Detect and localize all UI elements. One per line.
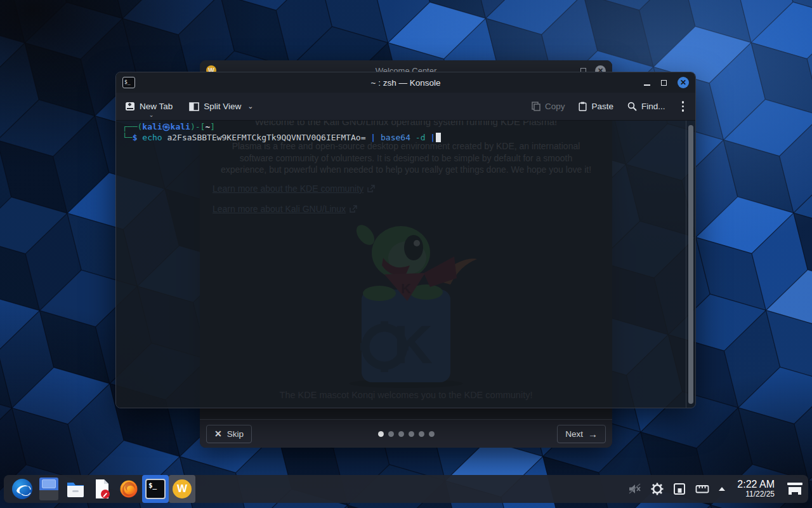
network-icon[interactable] xyxy=(695,483,709,495)
close-icon[interactable]: ✕ xyxy=(678,77,689,88)
file-manager-button[interactable] xyxy=(62,475,89,503)
text-editor-button[interactable] xyxy=(89,475,115,503)
paste-label: Paste xyxy=(591,102,613,111)
command-argument: a2FsaSBBTEw9KEFMTCkgTk9QQVNTV0Q6IEFMTAo= xyxy=(167,133,365,142)
prompt-frame: ┌──( xyxy=(122,122,142,131)
kali-menu-icon xyxy=(12,479,32,499)
terminal-area[interactable]: ┌──(kali㉿kali)-[~] └─$ echo a2FsaSBBTEw9… xyxy=(116,121,695,408)
copy-button[interactable]: Copy xyxy=(532,102,565,111)
page-dots xyxy=(200,431,612,437)
find-button[interactable]: Find... xyxy=(627,102,665,111)
split-view-icon xyxy=(189,102,199,111)
new-tab-icon xyxy=(125,102,135,111)
konsole-task-icon: $_ xyxy=(145,479,166,499)
pipe-operator: | xyxy=(430,133,435,142)
command-base64: base64 xyxy=(381,133,410,142)
prompt-line-1: ┌──(kali㉿kali)-[~] xyxy=(122,122,695,133)
chevron-down-icon: ⌄ xyxy=(247,102,253,110)
konsole-window-title: ~ : zsh — Konsole xyxy=(116,78,695,88)
copy-label: Copy xyxy=(545,102,565,111)
welcome-footer: ✕ Skip Next → xyxy=(200,419,612,448)
overflow-menu-icon[interactable] xyxy=(679,101,687,112)
app-launcher-button[interactable] xyxy=(9,475,36,503)
taskbar-panel: $_ W xyxy=(4,475,808,503)
pager-icon xyxy=(39,478,58,500)
terminal-cursor xyxy=(436,133,441,142)
prompt-line-2: └─$ echo a2FsaSBBTEw9KEFMTCkgTk9QQVNTV0Q… xyxy=(122,133,695,144)
virtual-desktop-pager[interactable] xyxy=(36,475,62,503)
page-dot[interactable] xyxy=(378,431,384,437)
task-konsole[interactable]: $_ xyxy=(142,475,169,503)
task-welcome-center[interactable]: W xyxy=(169,475,195,503)
split-view-label: Split View xyxy=(204,102,241,111)
page-dot[interactable] xyxy=(419,431,424,437)
page-dot[interactable] xyxy=(398,431,404,437)
firefox-icon xyxy=(119,479,138,498)
audio-muted-icon[interactable] xyxy=(628,483,641,495)
prompt-frame: ] xyxy=(210,122,215,131)
find-label: Find... xyxy=(641,102,665,111)
paste-button[interactable]: Paste xyxy=(579,102,613,111)
konsole-window: $_ ~ : zsh — Konsole ✕ New Tab ⌄ Split V… xyxy=(115,72,696,408)
prompt-user: kali㉿kali xyxy=(142,122,190,131)
copy-icon xyxy=(532,102,540,111)
firefox-button[interactable] xyxy=(115,475,142,503)
new-tab-button[interactable]: New Tab ⌄ xyxy=(125,102,173,111)
minimize-icon[interactable] xyxy=(644,84,650,86)
system-tray: 2:22 AM 11/22/25 xyxy=(628,479,803,498)
konsole-toolbar: New Tab ⌄ Split View ⌄ Copy xyxy=(116,93,695,121)
settings-gear-icon[interactable] xyxy=(651,483,664,495)
prompt-frame: └─ xyxy=(122,133,133,142)
command-echo: echo xyxy=(142,133,162,142)
new-tab-label: New Tab xyxy=(140,102,173,111)
pipe-operator: | xyxy=(370,133,376,142)
paste-icon xyxy=(579,102,587,111)
flag-d: -d xyxy=(416,133,426,142)
clock-time: 2:22 AM xyxy=(737,479,775,490)
page-dot[interactable] xyxy=(388,431,394,437)
document-icon xyxy=(93,479,111,499)
disks-devices-icon[interactable] xyxy=(673,483,686,495)
split-view-button[interactable]: Split View ⌄ xyxy=(189,102,253,111)
scrollbar-track[interactable] xyxy=(686,121,695,408)
clock-date: 11/22/25 xyxy=(737,490,775,498)
search-icon xyxy=(627,102,637,111)
folder-icon xyxy=(65,479,86,498)
page-dot[interactable] xyxy=(409,431,414,437)
show-desktop-icon[interactable] xyxy=(787,482,803,496)
maximize-icon[interactable] xyxy=(661,80,667,86)
scrollbar-thumb[interactable] xyxy=(688,125,693,404)
expand-tray-icon[interactable] xyxy=(719,487,725,491)
digital-clock[interactable]: 2:22 AM 11/22/25 xyxy=(737,479,775,498)
welcome-task-icon: W xyxy=(173,479,192,498)
prompt-frame: )-[ xyxy=(190,122,205,131)
konsole-titlebar[interactable]: $_ ~ : zsh — Konsole ✕ xyxy=(116,72,695,93)
chevron-down-icon[interactable]: ⌄ xyxy=(149,112,154,118)
page-dot[interactable] xyxy=(429,431,435,437)
